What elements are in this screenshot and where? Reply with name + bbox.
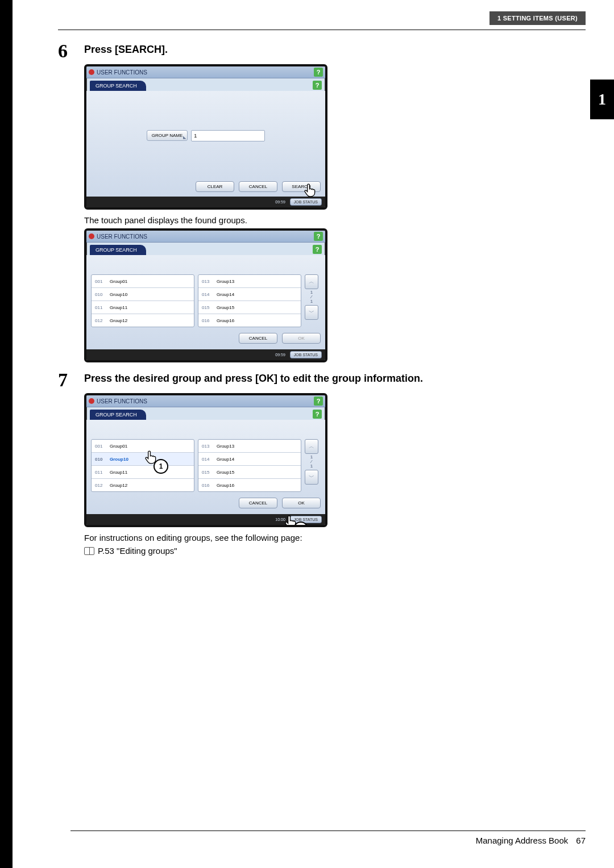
scroll-down-button[interactable]: ﹀ <box>305 470 318 485</box>
item-name: Group13 <box>217 444 234 449</box>
item-name: Group11 <box>110 305 127 310</box>
job-status-button[interactable]: JOB STATUS <box>290 198 322 206</box>
results-col-1: 001Group01 010Group10 011Group11 012Grou… <box>91 439 194 492</box>
ok-button[interactable]: OK <box>282 498 321 508</box>
tab-group-search[interactable]: GROUP SEARCH <box>90 410 146 420</box>
list-item[interactable]: 001Group01 <box>92 275 194 287</box>
ok-button[interactable]: OK <box>282 333 321 344</box>
item-name: Group10 <box>110 292 127 297</box>
list-item[interactable]: 013Group13 <box>198 275 301 287</box>
list-item[interactable]: 010Group10 <box>92 287 194 301</box>
list-item[interactable]: 014Group14 <box>198 452 301 465</box>
step-title: Press [SEARCH]. <box>84 44 586 56</box>
step-content: Press [SEARCH]. <box>84 41 586 59</box>
panel-body: 001Group01 010Group10 011Group11 012Grou… <box>86 255 325 349</box>
button-row: CANCEL OK <box>91 498 321 508</box>
callout-badge-1: 1 <box>154 459 168 474</box>
list-item[interactable]: 012Group12 <box>92 314 194 327</box>
step-number: 6 <box>58 41 75 61</box>
pin-icon <box>89 398 94 404</box>
window-titlebar: USER FUNCTIONS ? <box>86 231 325 243</box>
top-rule <box>58 30 586 30</box>
scroll-up-button[interactable]: ︿ <box>305 439 318 454</box>
list-item[interactable]: 016Group16 <box>198 478 301 491</box>
footer-title: Managing Address Book <box>476 836 569 845</box>
cancel-button[interactable]: CANCEL <box>239 181 277 192</box>
list-item[interactable]: 011Group11 <box>92 465 194 478</box>
step-content: Press the desired group and press [OK] t… <box>84 370 586 388</box>
list-item-selected[interactable]: 010Group10 <box>92 452 194 465</box>
list-item[interactable]: 011Group11 <box>92 301 194 314</box>
help-icon[interactable]: ? <box>313 81 322 90</box>
item-name: Group10 <box>110 457 128 462</box>
results-grid: 001Group01 010Group10 011Group11 012Grou… <box>91 439 321 492</box>
help-icon[interactable]: ? <box>314 232 323 241</box>
tab-group-search[interactable]: GROUP SEARCH <box>90 245 146 255</box>
item-num: 010 <box>95 292 106 297</box>
dropdown-corner-icon: ◣ <box>183 135 186 140</box>
item-name: Group12 <box>110 318 127 323</box>
list-item[interactable]: 015Group15 <box>198 301 301 314</box>
results-col-2: 013Group13 014Group14 015Group15 016Grou… <box>198 274 301 327</box>
scroll-up-button[interactable]: ︿ <box>305 274 318 289</box>
window-titlebar: USER FUNCTIONS ? <box>86 395 325 407</box>
book-icon <box>84 547 94 555</box>
item-name: Group01 <box>110 279 127 284</box>
clock: 09:59 <box>275 353 285 357</box>
pin-icon <box>89 69 94 75</box>
list-item[interactable]: 012Group12 <box>92 478 194 491</box>
item-name: Group14 <box>217 292 234 297</box>
list-item[interactable]: 014Group14 <box>198 287 301 301</box>
window-title: USER FUNCTIONS <box>97 233 147 240</box>
search-button[interactable]: SEARCH <box>282 181 321 192</box>
item-name: Group16 <box>217 483 234 488</box>
screenshot-select-group: USER FUNCTIONS ? GROUP SEARCH ? 001Group… <box>84 393 327 527</box>
item-name: Group14 <box>217 457 234 462</box>
list-item[interactable]: 013Group13 <box>198 440 301 452</box>
status-bar: 09:59 JOB STATUS <box>86 197 325 207</box>
scroll-indicator: 1∕1 <box>310 290 313 304</box>
panel-body: GROUP NAME ◣ CLEAR CANCEL SEARCH <box>86 91 325 197</box>
list-item[interactable]: 015Group15 <box>198 465 301 478</box>
cancel-button[interactable]: CANCEL <box>239 333 277 344</box>
page-number: 67 <box>576 836 586 845</box>
chapter-badge: 1 <box>590 80 614 119</box>
reference-link[interactable]: P.53 "Editing groups" <box>98 546 177 556</box>
item-name: Group15 <box>217 305 234 310</box>
scrollbar: ︿ 1∕1 ﹀ <box>305 439 318 492</box>
item-num: 016 <box>202 483 213 488</box>
input-row: GROUP NAME ◣ <box>91 95 321 176</box>
item-num: 001 <box>95 279 106 284</box>
clear-button[interactable]: CLEAR <box>196 181 234 192</box>
clock: 09:59 <box>275 200 285 204</box>
group-name-input[interactable] <box>191 130 265 141</box>
window-title: USER FUNCTIONS <box>97 398 147 404</box>
results-col-1: 001Group01 010Group10 011Group11 012Grou… <box>91 274 194 327</box>
step-title: Press the desired group and press [OK] t… <box>84 373 586 385</box>
page: 1 SETTING ITEMS (USER) 1 6 Press [SEARCH… <box>0 0 614 868</box>
item-num: 010 <box>95 457 106 462</box>
clock: 10:00 <box>275 518 285 521</box>
item-num: 012 <box>95 483 106 488</box>
tab-group-search[interactable]: GROUP SEARCH <box>90 81 146 91</box>
scroll-down-button[interactable]: ﹀ <box>305 305 318 320</box>
screenshot-results: USER FUNCTIONS ? GROUP SEARCH ? 001Group… <box>84 228 327 362</box>
panel-body: 001Group01 010Group10 011Group11 012Grou… <box>86 420 325 514</box>
job-status-button[interactable]: JOB STATUS <box>290 516 322 523</box>
scrollbar: ︿ 1∕1 ﹀ <box>305 274 318 327</box>
job-status-button[interactable]: JOB STATUS <box>290 351 322 358</box>
scroll-indicator: 1∕1 <box>310 455 313 469</box>
group-name-label-button[interactable]: GROUP NAME ◣ <box>147 130 188 141</box>
list-item[interactable]: 016Group16 <box>198 314 301 327</box>
header-row: 1 SETTING ITEMS (USER) <box>58 11 586 25</box>
help-icon[interactable]: ? <box>313 245 322 254</box>
help-icon[interactable]: ? <box>314 397 323 406</box>
help-icon[interactable]: ? <box>313 410 322 419</box>
page-footer: Managing Address Book 67 <box>70 831 586 845</box>
list-item[interactable]: 001Group01 <box>92 440 194 452</box>
help-icon[interactable]: ? <box>314 68 323 77</box>
pin-icon <box>89 233 94 239</box>
screenshot-search-input: USER FUNCTIONS ? GROUP SEARCH ? GROUP NA… <box>84 64 327 210</box>
item-num: 013 <box>202 444 213 449</box>
cancel-button[interactable]: CANCEL <box>239 498 277 508</box>
